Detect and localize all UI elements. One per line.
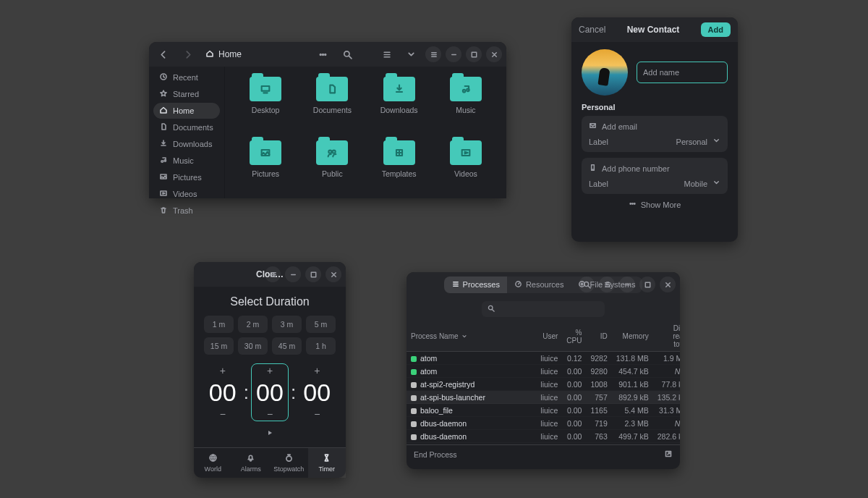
view-list-button[interactable] — [376, 44, 396, 64]
folder-public[interactable]: Public — [300, 136, 364, 197]
process-row[interactable]: dbus-daemon liuice0.00763499.7 kB 282.6 … — [407, 430, 680, 443]
column-header[interactable]: User — [536, 321, 562, 352]
popout-icon[interactable] — [664, 450, 673, 460]
tab-alarms[interactable]: Alarms — [232, 448, 271, 478]
folder-downloads[interactable]: Downloads — [367, 72, 431, 133]
preset-button[interactable]: 3 m — [272, 316, 302, 333]
folder-icon — [250, 140, 281, 165]
add-button[interactable]: Add — [701, 22, 731, 37]
minutes-dec[interactable]: − — [252, 408, 288, 421]
search-button[interactable] — [579, 277, 595, 292]
sidebar-item-trash[interactable]: Trash — [153, 203, 220, 219]
minutes-column: + 00 − — [251, 363, 289, 421]
process-row[interactable]: dbus-daemon liuice0.007192.3 MB N/A — [407, 417, 680, 430]
folder-documents[interactable]: Documents — [300, 72, 364, 133]
maximize-button[interactable] — [466, 46, 482, 62]
close-button[interactable] — [660, 277, 676, 292]
seconds-dec[interactable]: − — [298, 408, 336, 421]
preset-button[interactable]: 30 m — [238, 337, 268, 355]
tab-world[interactable]: World — [194, 448, 232, 478]
folder-templates[interactable]: Templates — [367, 136, 431, 197]
name-input[interactable]: Add name — [637, 62, 728, 83]
process-row[interactable]: atom liuice0.009280454.7 kB N/A — [407, 365, 680, 378]
sidebar-item-downloads[interactable]: Downloads — [153, 136, 220, 152]
hamburger-menu-button[interactable] — [265, 266, 281, 282]
folder-music[interactable]: Music — [434, 72, 498, 133]
minimize-button[interactable] — [619, 277, 635, 292]
folder-desktop[interactable]: Desktop — [234, 72, 297, 133]
sidebar-item-label: Trash — [173, 206, 193, 215]
add-phone-button[interactable]: Add phone number — [589, 164, 670, 173]
tab-timer[interactable]: Timer — [308, 448, 346, 478]
gauge-icon — [514, 280, 522, 290]
preset-button[interactable]: 15 m — [204, 337, 234, 355]
seconds-value[interactable]: 00 — [303, 377, 331, 408]
show-more-button[interactable]: Show More — [582, 200, 728, 209]
maximize-button[interactable] — [639, 277, 655, 292]
column-header[interactable]: % CPU — [562, 321, 586, 352]
process-row[interactable]: at-spi2-registryd liuice0.001008901.1 kB… — [407, 378, 680, 391]
avatar[interactable] — [582, 49, 628, 96]
tab-stopwatch[interactable]: Stopwatch — [270, 448, 308, 478]
clock-icon — [159, 72, 168, 83]
sidebar-item-pictures[interactable]: Pictures — [153, 169, 220, 185]
contacts-headerbar: Cancel New Contact Add — [571, 17, 738, 42]
column-header[interactable]: ID — [586, 321, 611, 352]
add-email-button[interactable]: Add email — [589, 122, 637, 131]
sidebar-item-recent[interactable]: Recent — [153, 69, 220, 85]
folder-videos[interactable]: Videos — [434, 136, 498, 197]
sidebar-item-music[interactable]: Music — [153, 153, 220, 169]
back-button[interactable] — [153, 44, 174, 64]
name-placeholder: Add name — [643, 68, 679, 77]
minutes-inc[interactable]: + — [252, 364, 288, 377]
preset-button[interactable]: 1 h — [306, 337, 336, 355]
sidebar-item-label: Documents — [173, 123, 213, 132]
end-process-button[interactable]: End Process — [414, 450, 457, 459]
cancel-button[interactable]: Cancel — [579, 25, 605, 35]
email-type-row[interactable]: Label Personal — [589, 137, 720, 146]
maximize-button[interactable] — [305, 266, 321, 282]
column-header[interactable]: Memory — [612, 321, 653, 352]
process-table: Process NameUser% CPUIDMemoryDisk read t… — [407, 321, 680, 444]
search-button[interactable] — [337, 44, 357, 64]
column-header[interactable]: Disk read total — [653, 321, 680, 352]
view-options-button[interactable] — [401, 44, 421, 64]
preset-button[interactable]: 2 m — [238, 316, 268, 333]
preset-button[interactable]: 45 m — [272, 337, 302, 355]
breadcrumb[interactable]: Home — [203, 49, 244, 60]
minutes-value[interactable]: 00 — [256, 377, 284, 408]
hours-value[interactable]: 00 — [209, 377, 237, 408]
hours-dec[interactable]: − — [204, 408, 242, 421]
tab-resources[interactable]: Resources — [507, 277, 571, 293]
column-header[interactable]: Process Name — [407, 321, 536, 352]
hours-inc[interactable]: + — [204, 364, 242, 377]
hamburger-menu-button[interactable] — [425, 46, 441, 62]
hourglass-icon — [322, 453, 331, 464]
tab-processes[interactable]: Processes — [444, 277, 507, 293]
process-row[interactable]: baloo_file liuice0.0011655.4 MB 31.3 MB … — [407, 404, 680, 417]
seconds-inc[interactable]: + — [298, 364, 336, 377]
start-button[interactable] — [265, 427, 274, 440]
folder-label: Desktop — [252, 106, 280, 114]
folder-icon — [383, 77, 415, 101]
close-button[interactable] — [486, 46, 502, 62]
process-row[interactable]: atom liuice0.129282131.8 MB 1.9 MB 23.4 — [407, 352, 680, 365]
sidebar-item-documents[interactable]: Documents — [153, 119, 220, 135]
minimize-button[interactable] — [285, 266, 301, 282]
star-icon — [159, 89, 168, 99]
folder-pictures[interactable]: Pictures — [234, 136, 297, 197]
search-input[interactable] — [482, 301, 605, 317]
monitor-footer: End Process — [407, 444, 680, 464]
sidebar-item-videos[interactable]: Videos — [153, 186, 220, 202]
hamburger-menu-button[interactable] — [599, 277, 615, 292]
sidebar-item-starred[interactable]: Starred — [153, 86, 220, 102]
preset-button[interactable]: 1 m — [204, 316, 234, 333]
forward-button[interactable] — [178, 44, 198, 64]
path-menu-button[interactable] — [312, 44, 333, 64]
sidebar-item-home[interactable]: Home — [153, 103, 220, 119]
close-button[interactable] — [326, 266, 341, 282]
minimize-button[interactable] — [446, 46, 461, 62]
phone-type-row[interactable]: Label Mobile — [589, 179, 720, 188]
process-row[interactable]: at-spi-bus-launcher liuice0.00757892.9 k… — [407, 391, 680, 404]
preset-button[interactable]: 5 m — [306, 316, 336, 333]
